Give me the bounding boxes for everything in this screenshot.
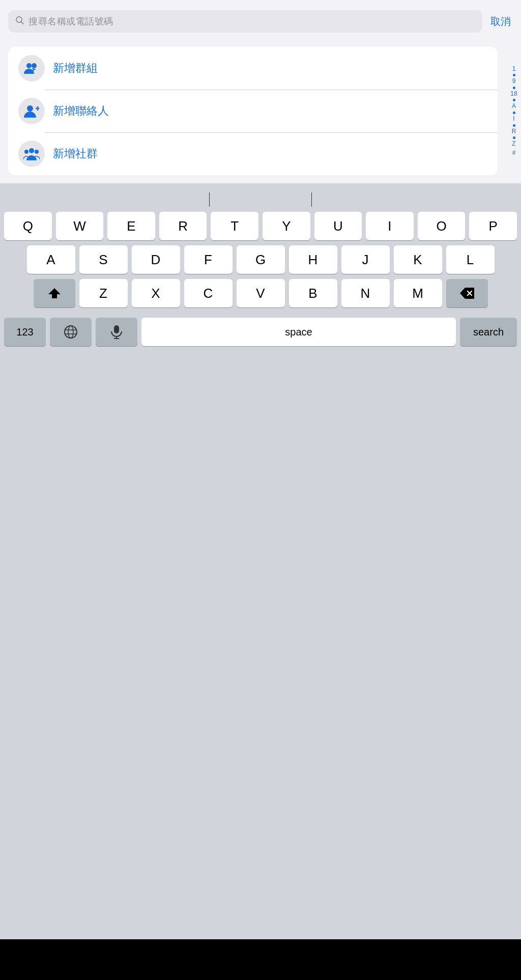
key-T[interactable]: T [211, 212, 258, 240]
home-indicator-bar [0, 939, 521, 980]
search-icon [15, 16, 24, 27]
index-item-hash[interactable]: # [512, 149, 516, 157]
index-dot-3 [513, 99, 515, 101]
key-K[interactable]: K [394, 245, 442, 274]
new-contact-label: 新增聯絡人 [53, 103, 109, 119]
index-sidebar[interactable]: 1 9 18 A I R Z # [509, 47, 519, 175]
keyboard-rows: Q W E R T Y U I O P A S D F G H J K L [2, 212, 519, 346]
svg-point-4 [27, 105, 33, 111]
svg-point-14 [68, 326, 73, 338]
key-P[interactable]: P [469, 212, 517, 240]
key-R[interactable]: R [159, 212, 207, 240]
cursor-line-right [311, 192, 312, 207]
index-item-I[interactable]: I [513, 115, 514, 123]
cancel-button[interactable]: 取消 [488, 13, 513, 31]
svg-marker-10 [48, 288, 61, 298]
search-placeholder: 搜尋名稱或電話號碼 [28, 15, 113, 27]
key-O[interactable]: O [418, 212, 466, 240]
add-person-icon [24, 104, 39, 118]
index-dot-1 [513, 74, 515, 76]
list-card: 新增群組 新增聯絡人 [8, 47, 498, 175]
index-item-R[interactable]: R [512, 128, 516, 136]
index-dot-4 [513, 111, 515, 114]
mic-key[interactable] [96, 318, 137, 346]
svg-point-13 [65, 326, 77, 338]
keyboard-row-3: Z X C V B N M [4, 279, 517, 307]
list-item-new-group[interactable]: 新增群組 [8, 47, 498, 90]
key-I[interactable]: I [366, 212, 414, 240]
key-L[interactable]: L [446, 245, 495, 274]
new-community-label: 新增社群 [53, 146, 98, 161]
key-M[interactable]: M [394, 279, 442, 307]
svg-point-2 [26, 63, 32, 68]
index-item-9[interactable]: 9 [512, 77, 516, 86]
search-key[interactable]: search [460, 318, 517, 346]
svg-point-3 [32, 63, 37, 68]
key-B[interactable]: B [289, 279, 337, 307]
num-key[interactable]: 123 [4, 318, 46, 346]
svg-line-1 [21, 21, 24, 24]
index-item-1[interactable]: 1 [512, 65, 516, 73]
svg-point-8 [29, 148, 34, 153]
svg-point-9 [35, 150, 39, 154]
cursor-row [2, 187, 519, 212]
search-area: 搜尋名稱或電話號碼 取消 [0, 0, 521, 39]
cursor-line-left [209, 192, 210, 207]
key-J[interactable]: J [341, 245, 390, 274]
key-X[interactable]: X [132, 279, 180, 307]
key-Q[interactable]: Q [4, 212, 52, 240]
add-person-icon-circle [18, 98, 45, 124]
shift-key[interactable] [34, 279, 75, 307]
globe-key[interactable] [50, 318, 92, 346]
index-item-Z[interactable]: Z [512, 140, 515, 148]
space-key[interactable]: space [141, 318, 456, 346]
new-group-label: 新增群組 [53, 61, 98, 76]
list-item-new-community[interactable]: 新增社群 [8, 132, 498, 175]
keyboard-row-2: A S D F G H J K L [4, 245, 517, 274]
list-item-new-contact[interactable]: 新增聯絡人 [8, 90, 498, 132]
key-D[interactable]: D [132, 245, 180, 274]
key-N[interactable]: N [341, 279, 390, 307]
keyboard-area: Q W E R T Y U I O P A S D F G H J K L [0, 183, 521, 939]
key-Z[interactable]: Z [79, 279, 128, 307]
keyboard-row-1: Q W E R T Y U I O P [4, 212, 517, 240]
key-C[interactable]: C [184, 279, 233, 307]
key-W[interactable]: W [56, 212, 104, 240]
key-E[interactable]: E [107, 212, 155, 240]
community-icon-circle [18, 141, 45, 167]
search-bar[interactable]: 搜尋名稱或電話號碼 [8, 10, 482, 33]
keyboard-row-bottom: 123 space search [4, 318, 517, 346]
delete-key[interactable] [446, 279, 488, 307]
content-area: 新增群組 新增聯絡人 [0, 39, 521, 183]
group-icon-circle [18, 55, 45, 81]
community-icon [23, 147, 40, 160]
index-dot-6 [513, 136, 515, 139]
group-icon [24, 62, 39, 75]
key-V[interactable]: V [237, 279, 285, 307]
key-A[interactable]: A [27, 245, 75, 274]
index-dot-2 [513, 87, 515, 89]
svg-rect-17 [114, 325, 119, 333]
key-Y[interactable]: Y [263, 212, 310, 240]
key-F[interactable]: F [184, 245, 233, 274]
index-dot-5 [513, 124, 515, 127]
key-S[interactable]: S [79, 245, 128, 274]
key-U[interactable]: U [314, 212, 362, 240]
key-G[interactable]: G [237, 245, 285, 274]
key-H[interactable]: H [289, 245, 337, 274]
index-item-18[interactable]: 18 [510, 90, 517, 98]
svg-point-7 [24, 150, 28, 154]
index-item-A[interactable]: A [512, 102, 516, 110]
